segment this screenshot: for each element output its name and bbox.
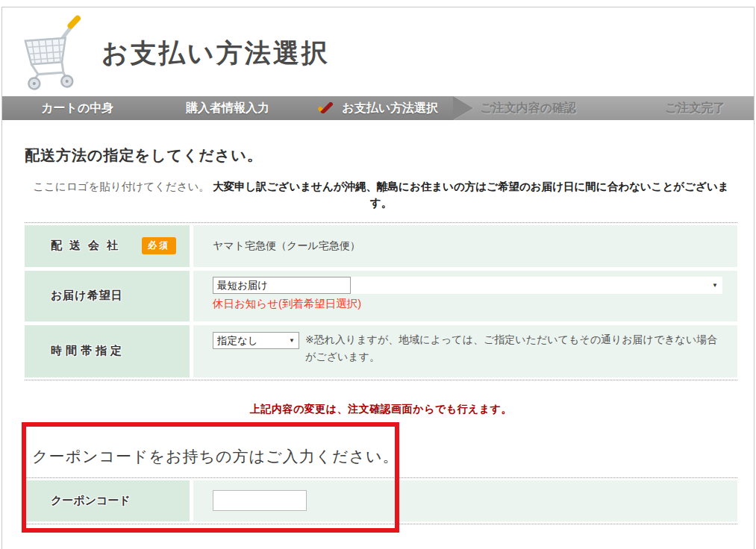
step-payment-method: お支払い方法選択 [303,96,453,120]
step-order-confirm: ご注文内容の確認 [453,96,603,120]
checkmark-icon [318,98,333,120]
coupon-table: クーポンコード [25,477,737,524]
table-row-carrier: 配送会社 必須 ヤマト宅急便（クール宅急便） [25,225,737,267]
step-order-complete: ご注文完了 [604,96,754,120]
time-slot-value-cell: 指定なし ※恐れ入りますが、地域によっては、ご指定いただいてもその通りお届けでき… [193,325,737,377]
holiday-notice-link[interactable]: 休日お知らせ(到着希望日選択) [213,297,361,311]
step-buyer-info: 購入者情報入力 [152,96,302,120]
main-content: 配送方法の指定をしてください。 ここにロゴを貼り付けてください。 大変申し訳ござ… [2,120,754,524]
time-slot-select-wrap: 指定なし [213,332,299,349]
carrier-value: ヤマト宅急便（クール宅急便） [213,239,722,253]
coupon-code-input[interactable] [213,490,307,511]
shipping-section-heading: 配送方法の指定をしてください。 [25,145,737,166]
delivery-date-label: お届け希望日 [51,289,123,303]
carrier-label-cell: 配送会社 必須 [25,225,190,267]
table-row-coupon: クーポンコード [25,480,737,521]
time-slot-label: 時間帯指定 [51,344,125,358]
delivery-date-select[interactable]: 最短お届け [213,277,351,294]
time-slot-select[interactable]: 指定なし [213,332,299,349]
step-cart-contents: カートの中身 [2,96,152,120]
table-row-delivery-date: お届け希望日 最短お届け 休日お知らせ(到着希望日選択) [25,271,737,321]
time-slot-label-cell: 時間帯指定 [25,325,190,377]
coupon-section: クーポンコードをお持ちの方はご入力ください。 クーポンコード [25,446,737,524]
change-notice: 上記内容の変更は、注文確認画面からでも行えます。 [25,403,737,416]
coupon-label: クーポンコード [51,494,131,508]
table-row-time-slot: 時間帯指定 指定なし ※恐れ入りますが、地域によっては、ご指定いただいてもその通… [25,325,737,377]
coupon-value-cell [193,480,737,521]
delivery-date-value-cell: 最短お届け 休日お知らせ(到着希望日選択) [193,271,737,321]
delivery-date-label-cell: お届け希望日 [25,271,190,321]
header: お支払い方法選択 [2,7,754,96]
page-title: お支払い方法選択 [101,36,330,71]
shopping-cart-icon [19,15,90,94]
checkout-step-nav: カートの中身 購入者情報入力 お支払い方法選択 ご注文内容の確認 ご注文完了 [2,96,754,120]
coupon-label-cell: クーポンコード [25,480,190,521]
page: お支払い方法選択 カートの中身 購入者情報入力 お支払い方法選択 ご注文内容の確… [1,7,755,549]
required-badge: 必須 [142,237,176,254]
delivery-date-select-wrap: 最短お届け [213,277,722,294]
carrier-value-cell: ヤマト宅急便（クール宅急便） [193,225,737,267]
carrier-label: 配送会社 [51,239,125,253]
shipping-note: ここにロゴを貼り付けてください。 大変申し訳ございませんが沖縄、離島にお住まいの… [25,178,737,212]
coupon-section-heading: クーポンコードをお持ちの方はご入力ください。 [25,446,737,467]
okinawa-warning-text: 大変申し訳ございませんが沖縄、離島にお住まいの方はご希望のお届け日に間に合わない… [213,181,729,209]
time-slot-note: ※恐れ入りますが、地域によっては、ご指定いただいてもその通りお届けできない場合が… [305,333,717,363]
shipping-options-table: 配送会社 必須 ヤマト宅急便（クール宅急便） お届け希望日 最短お届け [25,222,737,380]
